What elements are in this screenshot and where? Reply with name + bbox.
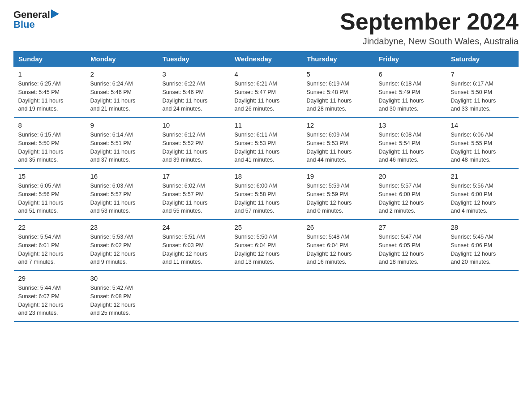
day-info: Sunrise: 6:03 AMSunset: 5:57 PMDaylight:… — [90, 182, 154, 215]
day-header-monday: Monday — [86, 51, 158, 67]
calendar-cell: 26Sunrise: 5:48 AMSunset: 6:04 PMDayligh… — [302, 219, 374, 270]
day-number: 16 — [90, 172, 154, 180]
day-info: Sunrise: 5:57 AMSunset: 6:00 PMDaylight:… — [379, 182, 442, 215]
day-info: Sunrise: 5:56 AMSunset: 6:00 PMDaylight:… — [451, 182, 514, 215]
calendar-cell: 22Sunrise: 5:54 AMSunset: 6:01 PMDayligh… — [14, 219, 86, 270]
calendar-week-row: 22Sunrise: 5:54 AMSunset: 6:01 PMDayligh… — [14, 219, 519, 270]
logo-blue-text: Blue — [13, 19, 59, 30]
day-info: Sunrise: 5:51 AMSunset: 6:03 PMDaylight:… — [163, 233, 226, 266]
calendar-cell: 25Sunrise: 5:50 AMSunset: 6:04 PMDayligh… — [230, 219, 302, 270]
day-info: Sunrise: 6:22 AMSunset: 5:46 PMDaylight:… — [163, 80, 226, 113]
calendar-cell: 5Sunrise: 6:19 AMSunset: 5:48 PMDaylight… — [302, 67, 374, 118]
calendar-week-row: 29Sunrise: 5:44 AMSunset: 6:07 PMDayligh… — [14, 270, 519, 321]
day-info: Sunrise: 6:08 AMSunset: 5:54 PMDaylight:… — [379, 131, 442, 164]
calendar-cell: 23Sunrise: 5:53 AMSunset: 6:02 PMDayligh… — [86, 219, 158, 270]
day-number: 18 — [235, 172, 298, 180]
calendar-cell: 29Sunrise: 5:44 AMSunset: 6:07 PMDayligh… — [14, 270, 86, 321]
calendar-cell — [374, 270, 446, 321]
day-info: Sunrise: 6:11 AMSunset: 5:53 PMDaylight:… — [235, 131, 298, 164]
day-info: Sunrise: 5:42 AMSunset: 6:08 PMDaylight:… — [90, 284, 154, 317]
day-number: 17 — [163, 172, 226, 180]
day-number: 21 — [451, 172, 514, 180]
day-info: Sunrise: 5:44 AMSunset: 6:07 PMDaylight:… — [18, 284, 82, 317]
calendar-cell: 11Sunrise: 6:11 AMSunset: 5:53 PMDayligh… — [230, 117, 302, 168]
day-info: Sunrise: 6:00 AMSunset: 5:58 PMDaylight:… — [235, 182, 298, 215]
day-info: Sunrise: 5:54 AMSunset: 6:01 PMDaylight:… — [18, 233, 82, 266]
day-header-friday: Friday — [374, 51, 446, 67]
calendar-cell — [446, 270, 519, 321]
calendar-cell: 13Sunrise: 6:08 AMSunset: 5:54 PMDayligh… — [374, 117, 446, 168]
day-info: Sunrise: 6:09 AMSunset: 5:53 PMDaylight:… — [307, 131, 370, 164]
day-info: Sunrise: 6:18 AMSunset: 5:49 PMDaylight:… — [379, 80, 442, 113]
calendar-cell: 12Sunrise: 6:09 AMSunset: 5:53 PMDayligh… — [302, 117, 374, 168]
day-info: Sunrise: 6:25 AMSunset: 5:45 PMDaylight:… — [18, 80, 82, 113]
day-number: 1 — [18, 70, 82, 78]
day-number: 20 — [379, 172, 442, 180]
day-number: 30 — [90, 274, 154, 282]
calendar-cell: 28Sunrise: 5:45 AMSunset: 6:06 PMDayligh… — [446, 219, 519, 270]
day-number: 29 — [18, 274, 82, 282]
calendar-subtitle: Jindabyne, New South Wales, Australia — [340, 36, 519, 47]
day-number: 27 — [379, 223, 442, 231]
day-number: 5 — [307, 70, 370, 78]
day-number: 19 — [307, 172, 370, 180]
day-number: 15 — [18, 172, 82, 180]
calendar-cell — [158, 270, 230, 321]
calendar-cell: 30Sunrise: 5:42 AMSunset: 6:08 PMDayligh… — [86, 270, 158, 321]
calendar-cell: 27Sunrise: 5:47 AMSunset: 6:05 PMDayligh… — [374, 219, 446, 270]
day-info: Sunrise: 6:21 AMSunset: 5:47 PMDaylight:… — [235, 80, 298, 113]
day-info: Sunrise: 6:24 AMSunset: 5:46 PMDaylight:… — [90, 80, 154, 113]
calendar-week-row: 15Sunrise: 6:05 AMSunset: 5:56 PMDayligh… — [14, 168, 519, 219]
day-number: 4 — [235, 70, 298, 78]
svg-marker-0 — [51, 9, 59, 18]
calendar-cell: 2Sunrise: 6:24 AMSunset: 5:46 PMDaylight… — [86, 67, 158, 118]
calendar-cell: 8Sunrise: 6:15 AMSunset: 5:50 PMDaylight… — [14, 117, 86, 168]
day-number: 7 — [451, 70, 514, 78]
calendar-week-row: 8Sunrise: 6:15 AMSunset: 5:50 PMDaylight… — [14, 117, 519, 168]
calendar-cell: 19Sunrise: 5:59 AMSunset: 5:59 PMDayligh… — [302, 168, 374, 219]
calendar-title: September 2024 — [340, 9, 519, 34]
calendar-cell: 16Sunrise: 6:03 AMSunset: 5:57 PMDayligh… — [86, 168, 158, 219]
day-number: 24 — [163, 223, 226, 231]
day-info: Sunrise: 6:17 AMSunset: 5:50 PMDaylight:… — [451, 80, 514, 113]
logo-triangle-icon — [51, 9, 59, 18]
calendar-table: SundayMondayTuesdayWednesdayThursdayFrid… — [13, 51, 519, 322]
calendar-week-row: 1Sunrise: 6:25 AMSunset: 5:45 PMDaylight… — [14, 67, 519, 118]
calendar-header-row: SundayMondayTuesdayWednesdayThursdayFrid… — [14, 51, 519, 67]
day-number: 12 — [307, 121, 370, 129]
calendar-cell: 9Sunrise: 6:14 AMSunset: 5:51 PMDaylight… — [86, 117, 158, 168]
day-number: 13 — [379, 121, 442, 129]
calendar-cell: 1Sunrise: 6:25 AMSunset: 5:45 PMDaylight… — [14, 67, 86, 118]
day-number: 25 — [235, 223, 298, 231]
day-number: 22 — [18, 223, 82, 231]
calendar-cell: 10Sunrise: 6:12 AMSunset: 5:52 PMDayligh… — [158, 117, 230, 168]
day-info: Sunrise: 6:02 AMSunset: 5:57 PMDaylight:… — [163, 182, 226, 215]
day-info: Sunrise: 5:59 AMSunset: 5:59 PMDaylight:… — [307, 182, 370, 215]
title-block: September 2024 Jindabyne, New South Wale… — [340, 9, 519, 47]
day-info: Sunrise: 5:50 AMSunset: 6:04 PMDaylight:… — [235, 233, 298, 266]
day-info: Sunrise: 6:12 AMSunset: 5:52 PMDaylight:… — [163, 131, 226, 164]
day-number: 28 — [451, 223, 514, 231]
calendar-cell: 24Sunrise: 5:51 AMSunset: 6:03 PMDayligh… — [158, 219, 230, 270]
calendar-cell: 3Sunrise: 6:22 AMSunset: 5:46 PMDaylight… — [158, 67, 230, 118]
calendar-cell: 7Sunrise: 6:17 AMSunset: 5:50 PMDaylight… — [446, 67, 519, 118]
day-number: 14 — [451, 121, 514, 129]
day-number: 9 — [90, 121, 154, 129]
day-info: Sunrise: 5:48 AMSunset: 6:04 PMDaylight:… — [307, 233, 370, 266]
day-number: 2 — [90, 70, 154, 78]
calendar-cell: 18Sunrise: 6:00 AMSunset: 5:58 PMDayligh… — [230, 168, 302, 219]
logo: General Blue — [13, 9, 59, 30]
day-header-saturday: Saturday — [446, 51, 519, 67]
day-number: 10 — [163, 121, 226, 129]
calendar-cell — [302, 270, 374, 321]
calendar-cell — [230, 270, 302, 321]
day-header-thursday: Thursday — [302, 51, 374, 67]
day-info: Sunrise: 6:05 AMSunset: 5:56 PMDaylight:… — [18, 182, 82, 215]
day-info: Sunrise: 6:14 AMSunset: 5:51 PMDaylight:… — [90, 131, 154, 164]
day-info: Sunrise: 6:19 AMSunset: 5:48 PMDaylight:… — [307, 80, 370, 113]
calendar-cell: 21Sunrise: 5:56 AMSunset: 6:00 PMDayligh… — [446, 168, 519, 219]
day-header-sunday: Sunday — [14, 51, 86, 67]
calendar-cell: 15Sunrise: 6:05 AMSunset: 5:56 PMDayligh… — [14, 168, 86, 219]
day-header-wednesday: Wednesday — [230, 51, 302, 67]
calendar-cell: 4Sunrise: 6:21 AMSunset: 5:47 PMDaylight… — [230, 67, 302, 118]
